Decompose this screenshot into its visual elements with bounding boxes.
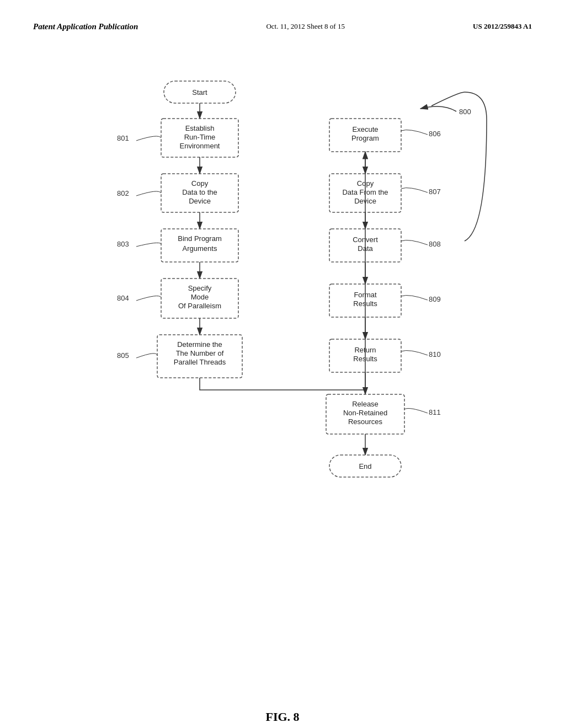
svg-text:811: 811 [429, 408, 441, 416]
svg-text:Arguments: Arguments [183, 244, 217, 253]
svg-text:Parallel  Threads: Parallel Threads [174, 358, 226, 366]
flowchart: .box-rounded { fill: white; stroke: #555… [45, 65, 520, 699]
svg-text:801: 801 [117, 134, 129, 142]
svg-text:803: 803 [117, 240, 129, 248]
svg-text:809: 809 [429, 295, 441, 303]
svg-text:Device: Device [189, 197, 211, 205]
publication-date: Oct. 11, 2012 Sheet 8 of 15 [266, 22, 345, 31]
svg-text:The Number of: The Number of [176, 349, 224, 357]
figure-label: FIG. 8 [33, 710, 532, 724]
svg-text:802: 802 [117, 189, 129, 197]
svg-text:Establish: Establish [185, 124, 215, 132]
svg-text:Execute: Execute [353, 125, 379, 133]
svg-text:800: 800 [459, 108, 471, 116]
svg-text:Start: Start [192, 88, 207, 97]
svg-text:Run-Time: Run-Time [184, 133, 216, 141]
svg-text:Specify: Specify [188, 284, 212, 292]
page: Patent Application Publication Oct. 11, … [0, 0, 565, 728]
svg-text:810: 810 [429, 350, 441, 358]
page-header: Patent Application Publication Oct. 11, … [33, 22, 532, 31]
svg-text:807: 807 [429, 188, 441, 196]
svg-text:Determine the: Determine the [177, 340, 222, 349]
svg-text:Mode: Mode [191, 293, 209, 301]
svg-text:End: End [359, 462, 371, 470]
svg-text:Of Paralleism: Of Paralleism [178, 302, 221, 310]
svg-text:Environment: Environment [180, 142, 220, 150]
svg-text:806: 806 [429, 130, 441, 138]
publication-label: Patent Application Publication [33, 22, 138, 31]
svg-text:Data to the: Data to the [182, 188, 217, 196]
svg-text:Bind  Program: Bind Program [178, 234, 221, 243]
svg-text:Non-Retained: Non-Retained [343, 409, 387, 417]
publication-number: US 2012/259843 A1 [473, 22, 532, 31]
svg-text:808: 808 [429, 240, 441, 248]
svg-text:Program: Program [351, 134, 379, 142]
svg-text:805: 805 [117, 351, 129, 360]
svg-text:Release: Release [352, 400, 379, 408]
svg-text:Copy: Copy [191, 179, 209, 188]
svg-text:804: 804 [117, 294, 129, 302]
svg-text:Resources: Resources [348, 417, 383, 426]
